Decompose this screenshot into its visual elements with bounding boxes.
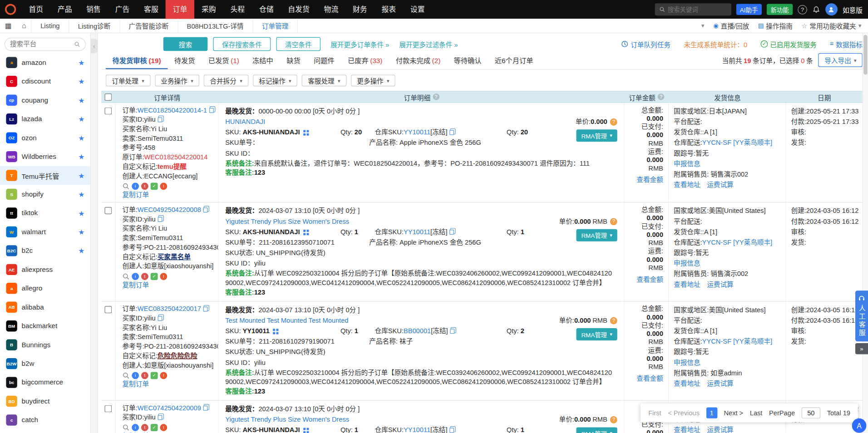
star-icon[interactable]: ★: [78, 133, 84, 142]
alert-icon[interactable]: !: [160, 423, 167, 431]
star-icon[interactable]: ★: [78, 59, 84, 67]
nav-menu-item[interactable]: 设置: [403, 0, 432, 19]
action-dropdown-button[interactable]: 客服处理▾: [302, 75, 346, 87]
copy-icon[interactable]: [158, 118, 163, 123]
user-avatar[interactable]: [825, 3, 838, 15]
nav-menu-item[interactable]: 财务: [345, 0, 374, 19]
copy-order-link[interactable]: 复制订单: [122, 380, 215, 389]
action-dropdown-button[interactable]: 订单处理▾: [106, 75, 150, 87]
log-icon[interactable]: i: [132, 182, 139, 190]
nav-menu-item[interactable]: 自发货: [281, 0, 316, 19]
favorites-link[interactable]: ☆常用功能收藏夹▾: [801, 21, 861, 30]
action-dropdown-button[interactable]: 合并拆分▾: [204, 75, 248, 87]
star-icon[interactable]: ★: [78, 209, 84, 217]
copy-icon[interactable]: [158, 415, 163, 420]
status-tab[interactable]: 付款未完成(2): [389, 51, 447, 69]
info-icon[interactable]: ?: [658, 93, 665, 100]
copy-icon[interactable]: [209, 108, 214, 113]
select-all-checkbox[interactable]: [104, 93, 112, 100]
platform-item[interactable]: OZ ozon ★: [0, 128, 90, 147]
row-checkbox[interactable]: [104, 207, 112, 214]
view-amount-link[interactable]: 查看金额: [629, 274, 663, 284]
guide-link[interactable]: ▤操作指南: [758, 21, 793, 30]
first-page-button[interactable]: First: [648, 409, 661, 417]
info-icon[interactable]: ?: [433, 93, 439, 100]
freight-calc-link[interactable]: 运费试算: [707, 280, 734, 290]
platform-item[interactable]: S shopify ★: [0, 185, 90, 203]
status-tab[interactable]: 待发货: [168, 51, 202, 69]
product-title-link[interactable]: HUNIANDAJI: [225, 117, 618, 127]
platform-item[interactable]: B2C b2c ★: [0, 241, 90, 260]
variant-grid-icon[interactable]: [273, 329, 275, 331]
log-icon[interactable]: i: [132, 423, 139, 431]
star-icon[interactable]: ★: [78, 228, 84, 236]
log-icon[interactable]: i: [132, 372, 139, 379]
workspace-tab[interactable]: 订单管理: [252, 19, 298, 32]
warehouse-sku-link[interactable]: YY10011: [404, 228, 430, 236]
current-page-button[interactable]: 1: [706, 407, 717, 418]
star-icon[interactable]: ★: [78, 96, 84, 104]
previous-page-button[interactable]: < Previous: [668, 409, 700, 417]
workspace-tab[interactable]: Listing诊断: [69, 19, 119, 32]
assistant-fab[interactable]: A: [852, 418, 867, 433]
workspace-tab[interactable]: Listing: [31, 19, 69, 32]
status-tab[interactable]: 等待确认: [447, 51, 488, 69]
import-export-button[interactable]: 导入导出▾: [819, 53, 863, 67]
platform-search[interactable]: [5, 38, 86, 51]
copy-icon[interactable]: [450, 329, 454, 334]
view-address-link[interactable]: 查看地址: [674, 379, 700, 389]
history-icon[interactable]: t: [141, 372, 148, 379]
warehouse-sku-link[interactable]: YY10011: [404, 426, 430, 433]
platform-item[interactable]: T Temu半托管 ★: [0, 166, 90, 185]
star-icon[interactable]: ★: [78, 171, 84, 179]
magnifier-icon[interactable]: [122, 182, 129, 190]
row-checkbox[interactable]: [104, 306, 112, 313]
order-queue-link[interactable]: 订单队列任务: [621, 39, 671, 49]
platform-item[interactable]: B Bunnings: [0, 335, 90, 354]
action-dropdown-button[interactable]: 标记操作▾: [253, 75, 297, 87]
ungenerated-orders-stat[interactable]: 未生成系统单统计：0: [684, 39, 747, 49]
more-filter-conditions-link[interactable]: 展开更多过滤条件 »: [399, 39, 458, 49]
warehouse-sku-link[interactable]: YY10011: [404, 128, 430, 136]
rma-button[interactable]: RMA管理▾: [576, 328, 617, 340]
platform-item[interactable]: W walmart ★: [0, 222, 90, 241]
scrollbar-thumb[interactable]: [863, 35, 868, 75]
copy-order-link[interactable]: 复制订单: [122, 190, 215, 199]
app-logo[interactable]: [5, 4, 16, 15]
rma-button[interactable]: RMA管理▾: [576, 129, 617, 142]
magnifier-icon[interactable]: [122, 273, 129, 280]
platform-item[interactable]: bc bigcommerce: [0, 373, 90, 392]
platform-item[interactable]: a amazon ★: [0, 53, 90, 72]
sidebar-collapse-handle[interactable]: ‹: [91, 39, 98, 53]
search-button[interactable]: 搜索: [163, 37, 208, 50]
customer-service-button[interactable]: 人工客服: [855, 290, 868, 341]
tab-overflow-chevron-icon[interactable]: ▾: [701, 22, 705, 30]
save-filter-button[interactable]: 保存搜索条件: [213, 37, 271, 50]
nav-menu-item[interactable]: 订单: [166, 0, 194, 19]
status-tab[interactable]: 待发货审核(19): [106, 51, 168, 69]
alert-icon[interactable]: !: [160, 182, 167, 190]
warehouse-sku-link[interactable]: BB00001: [404, 327, 431, 335]
copy-icon[interactable]: [449, 428, 454, 433]
rma-button[interactable]: RMA管理▾: [576, 427, 617, 433]
clear-filter-button[interactable]: 清空条件: [276, 37, 321, 50]
copy-icon[interactable]: [158, 217, 163, 222]
view-address-link[interactable]: 查看地址: [674, 425, 700, 433]
magnifier-icon[interactable]: [122, 423, 129, 431]
status-tab[interactable]: 问题件: [307, 51, 341, 69]
platform-search-input[interactable]: [10, 40, 72, 48]
nav-menu-item[interactable]: 广告: [108, 0, 137, 19]
live-replay-link[interactable]: ◉直播/回放: [713, 21, 749, 30]
freight-calc-link[interactable]: 运费试算: [707, 180, 734, 190]
view-amount-link[interactable]: 查看金额: [629, 373, 663, 383]
nav-menu-item[interactable]: 产品: [50, 0, 79, 19]
alert-icon[interactable]: !: [160, 372, 167, 379]
price-help-icon[interactable]: ?: [610, 416, 617, 423]
row-checkbox[interactable]: [104, 108, 112, 115]
help-icon[interactable]: ?: [798, 5, 807, 14]
star-icon[interactable]: ★: [78, 153, 84, 161]
price-help-icon[interactable]: ?: [610, 218, 617, 225]
ai-assistant-badge[interactable]: AI助手: [736, 4, 762, 15]
variant-grid-icon[interactable]: [303, 130, 306, 133]
nav-menu-item[interactable]: 物流: [317, 0, 345, 19]
